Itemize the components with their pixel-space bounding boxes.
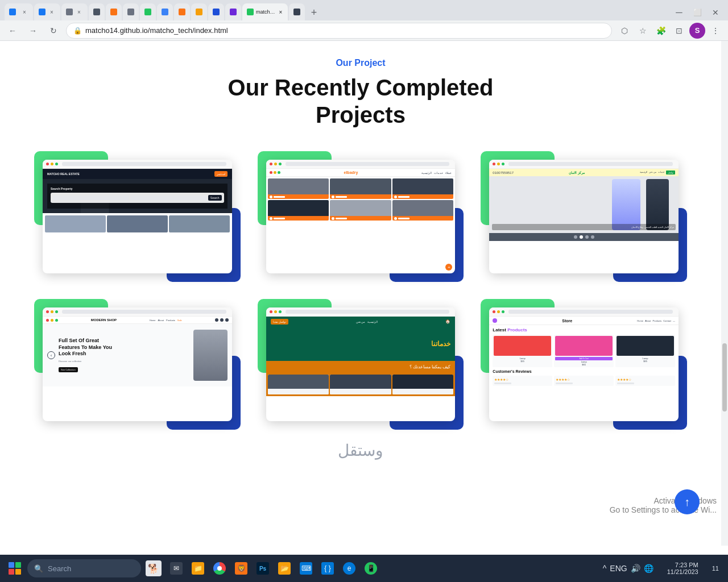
p6-header: Store Home About Products Contact —: [489, 317, 679, 325]
taskbar-icon-whatsapp[interactable]: 📱: [361, 558, 381, 579]
ss-dot-yellow: [51, 310, 53, 313]
ss-dot-red: [493, 310, 495, 313]
taskbar-network-icon[interactable]: 🌐: [644, 564, 653, 573]
tab-3[interactable]: ×: [61, 3, 88, 20]
p4-nav-arrow-left: ‹: [47, 351, 55, 359]
minimize-window-btn[interactable]: ─: [671, 5, 687, 20]
p6-lamp-img: [617, 336, 674, 356]
p3-person2: [646, 179, 669, 230]
scrollbar-thumb[interactable]: [722, 343, 727, 411]
project-card-arabic-services[interactable]: تواصل معنا الرئيسية من نحن 🏠 خدماتنا: [258, 299, 464, 430]
tab-close-btn[interactable]: ×: [75, 8, 83, 16]
taskbar-notification-icon[interactable]: ^: [603, 564, 607, 573]
p1-input: [53, 196, 129, 200]
tab-10[interactable]: [191, 3, 207, 20]
project-screenshot-medical: 01007559517 مركز الامان الرئيسية من نحن …: [489, 160, 679, 273]
maximize-window-btn[interactable]: ⬜: [689, 5, 705, 20]
split-screen-icon[interactable]: ⊡: [671, 23, 687, 39]
p1-img-1: [45, 215, 106, 232]
active-tab-close-btn[interactable]: ×: [278, 8, 283, 16]
tab-6[interactable]: [123, 3, 139, 20]
p2-service-3: [392, 178, 454, 199]
p3-hero: مركز الامان الجديد للطب النفسي وعلاج الا…: [489, 176, 679, 233]
taskbar-notification-count[interactable]: 11: [708, 565, 723, 572]
profile-button[interactable]: S: [689, 23, 705, 39]
p3-header: 01007559517 مركز الامان الرئيسية من نحن …: [489, 169, 679, 176]
p1-img-3: [169, 215, 230, 232]
project-card-elbadry[interactable]: elbadry الرئيسية خدمات عملاء: [258, 151, 464, 282]
close-window-btn[interactable]: ✕: [708, 5, 723, 20]
project-card-medical[interactable]: 01007559517 مركز الامان الرئيسية من نحن …: [481, 151, 687, 282]
project-screenshot-store: Store Home About Products Contact —: [489, 307, 679, 421]
project-card-modern-shop[interactable]: MODERN SHOP Home About Products Sale: [34, 299, 241, 430]
tab-8[interactable]: [157, 3, 173, 20]
project-screenshot-arabic-services: تواصل معنا الرئيسية من نحن 🏠 خدماتنا: [266, 307, 456, 421]
tab-4[interactable]: [89, 3, 105, 20]
tab-favicon: [127, 9, 134, 15]
project-screenshot-modern-shop: MODERN SHOP Home About Products Sale: [43, 307, 232, 421]
p5-cards: [266, 373, 456, 396]
project-card-real-estate[interactable]: MATCHO REAL ESTATE استثمر Search Propert…: [34, 151, 241, 282]
taskbar-icon-files[interactable]: 📁: [188, 558, 208, 579]
taskbar-icon-edge[interactable]: e: [339, 558, 359, 579]
tab-bar: × × ×: [0, 0, 728, 20]
tab-close-btn[interactable]: ×: [20, 8, 28, 16]
ss-body-modern-shop: MODERN SHOP Home About Products Sale: [43, 317, 232, 421]
tab-9[interactable]: [174, 3, 190, 20]
p6-customer-reviews: Customer's Reviews: [489, 367, 679, 376]
start-button[interactable]: [5, 558, 25, 579]
tab-matcho-active[interactable]: matcho_tech ×: [242, 3, 288, 20]
p6-product-cushion: Add To Cart Lamp $65: [554, 335, 614, 367]
tab-5[interactable]: [106, 3, 122, 20]
ss-browser-bar: [266, 307, 456, 317]
taskbar-clock[interactable]: 7:23 PM 11/21/2023: [663, 562, 703, 575]
refresh-button[interactable]: ↻: [46, 23, 61, 39]
ss-browser-bar: [489, 160, 679, 169]
ss-dot-yellow: [274, 163, 277, 165]
scroll-to-top-button[interactable]: ↑: [675, 489, 700, 514]
scrollbar[interactable]: [721, 41, 728, 546]
ss-browser-bar: [266, 160, 456, 169]
forward-button[interactable]: →: [25, 23, 41, 39]
tab-facebook-1[interactable]: ×: [5, 3, 33, 20]
back-button[interactable]: ←: [5, 23, 20, 39]
taskbar-icon-chrome[interactable]: [209, 558, 230, 579]
p2-service-1: [268, 178, 329, 199]
p1-cta-btn: استثمر: [214, 171, 228, 177]
p4-person: [193, 330, 228, 381]
taskbar-search[interactable]: 🔍 Search: [27, 559, 141, 577]
taskbar-volume-icon[interactable]: 🔊: [631, 564, 640, 573]
project-card-store[interactable]: Store Home About Products Contact —: [481, 299, 687, 430]
taskbar-icon-photoshop[interactable]: Ps: [253, 558, 273, 579]
lock-icon: 🔒: [73, 27, 82, 35]
taskbar-icon-brave[interactable]: 🦁: [231, 558, 251, 579]
taskbar-icon-code[interactable]: ⌨: [296, 558, 316, 579]
p4-hero-desc: Discover our collection: [59, 360, 190, 363]
new-tab-button[interactable]: +: [306, 5, 322, 20]
p1-gallery: [43, 213, 232, 235]
tab-favicon: [9, 9, 16, 15]
cast-icon[interactable]: ⬡: [617, 23, 632, 39]
p6-review-1: ★★★★☆: [493, 376, 552, 386]
projects-grid: MATCHO REAL ESTATE استثمر Search Propert…: [34, 151, 687, 430]
taskbar-widget-icon[interactable]: 🐕: [143, 558, 164, 579]
taskbar-icon-vscode[interactable]: { }: [317, 558, 338, 579]
tab-new[interactable]: [289, 3, 305, 20]
ss-browser-bar: [43, 307, 232, 317]
p2-logo: elbadry: [344, 171, 358, 174]
taskbar-language-indicator[interactable]: ENG: [610, 564, 627, 573]
tab-facebook-2[interactable]: ×: [34, 3, 60, 20]
bookmark-icon[interactable]: ☆: [635, 23, 651, 39]
taskbar: 🔍 Search 🐕 ✉ 📁 🦁 Ps 📂 ⌨ { }: [0, 555, 728, 582]
taskbar-icon-mail[interactable]: ✉: [166, 558, 187, 579]
tab-7[interactable]: [140, 3, 156, 20]
tab-11[interactable]: [208, 3, 224, 20]
ss-dot-red: [46, 310, 49, 313]
menu-icon[interactable]: ⋮: [708, 23, 723, 39]
tab-favicon: [93, 9, 100, 15]
tab-close-btn[interactable]: ×: [48, 8, 56, 16]
taskbar-icon-folder[interactable]: 📂: [274, 558, 295, 579]
tab-12[interactable]: [225, 3, 241, 20]
extensions-icon[interactable]: 🧩: [653, 23, 669, 39]
url-bar[interactable]: 🔒 matcho14.github.io/matcho_tech/index.h…: [66, 23, 612, 39]
